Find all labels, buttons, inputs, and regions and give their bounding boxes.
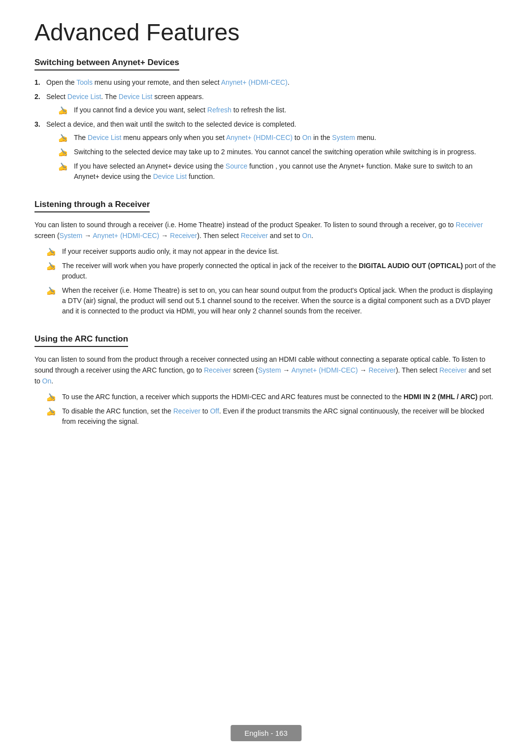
link-source[interactable]: Source bbox=[226, 162, 247, 170]
link-on-3[interactable]: On bbox=[42, 377, 52, 385]
section-listening: Listening through a Receiver You can lis… bbox=[34, 200, 498, 316]
note-step3-3: If you have selected an Anynet+ device u… bbox=[58, 161, 498, 182]
page-container: Advanced Features Switching between Anyn… bbox=[0, 0, 532, 484]
link-off[interactable]: Off bbox=[210, 407, 219, 415]
arc-intro: You can listen to sound from the product… bbox=[34, 354, 498, 387]
section-title-arc: Using the ARC function bbox=[34, 334, 128, 347]
link-anynet-cec-3[interactable]: Anynet+ (HDMI-CEC) bbox=[93, 232, 159, 240]
page-footer: English - 163 bbox=[231, 725, 301, 741]
link-receiver-1[interactable]: Receiver bbox=[456, 221, 483, 229]
link-anynet-cec-2[interactable]: Anynet+ (HDMI-CEC) bbox=[226, 134, 293, 141]
link-device-list-2[interactable]: Device List bbox=[119, 93, 152, 101]
link-on-1[interactable]: On bbox=[302, 134, 311, 141]
link-device-list-3[interactable]: Device List bbox=[88, 134, 121, 141]
note-step2-1: If you cannot find a device you want, se… bbox=[58, 105, 498, 115]
arc-notes: To use the ARC function, a receiver whic… bbox=[46, 392, 498, 427]
link-anynet-hdmi-cec-1[interactable]: Anynet+ (HDMI-CEC) bbox=[221, 78, 288, 86]
link-receiver-2[interactable]: Receiver bbox=[170, 232, 197, 240]
section-title-switching: Switching between Anynet+ Devices bbox=[34, 58, 179, 70]
step-2-text: Select Device List. The Device List scre… bbox=[46, 93, 204, 101]
link-device-list-1[interactable]: Device List bbox=[67, 93, 101, 101]
bold-hdmi-in-2: HDMI IN 2 (MHL / ARC) bbox=[403, 393, 477, 401]
link-tools[interactable]: Tools bbox=[76, 78, 93, 86]
steps-list: 1. Open the Tools menu using your remote… bbox=[34, 77, 498, 182]
bold-digital-audio: DIGITAL AUDIO OUT (OPTICAL) bbox=[359, 262, 463, 270]
section-arc: Using the ARC function You can listen to… bbox=[34, 334, 498, 427]
link-anynet-cec-4[interactable]: Anynet+ (HDMI-CEC) bbox=[291, 366, 358, 374]
step-1: 1. Open the Tools menu using your remote… bbox=[34, 77, 498, 88]
link-receiver-7[interactable]: Receiver bbox=[173, 407, 200, 415]
link-system-1[interactable]: System bbox=[332, 134, 355, 141]
step-2: 2. Select Device List. The Device List s… bbox=[34, 92, 498, 115]
step-3-text: Select a device, and then wait until the… bbox=[46, 120, 296, 128]
link-receiver-4[interactable]: Receiver bbox=[204, 366, 231, 374]
step-1-text: Open the Tools menu using your remote, a… bbox=[46, 78, 290, 86]
listening-intro: You can listen to sound through a receiv… bbox=[34, 219, 498, 241]
listening-note-3: When the receiver (i.e. Home Theatre) is… bbox=[46, 285, 498, 316]
link-device-list-4[interactable]: Device List bbox=[153, 172, 187, 180]
link-receiver-6[interactable]: Receiver bbox=[439, 366, 466, 374]
step-1-number: 1. bbox=[34, 77, 40, 88]
section-title-listening: Listening through a Receiver bbox=[34, 200, 150, 212]
step-3-number: 3. bbox=[34, 119, 40, 130]
step-2-notes: If you cannot find a device you want, se… bbox=[58, 105, 498, 115]
arc-note-1: To use the ARC function, a receiver whic… bbox=[46, 392, 498, 402]
listening-note-2: The receiver will work when you have pro… bbox=[46, 261, 498, 281]
section-switching: Switching between Anynet+ Devices 1. Ope… bbox=[34, 58, 498, 182]
link-on-2[interactable]: On bbox=[302, 232, 311, 240]
page-title: Advanced Features bbox=[34, 20, 498, 46]
link-receiver-5[interactable]: Receiver bbox=[368, 366, 396, 374]
step-3: 3. Select a device, and then wait until … bbox=[34, 119, 498, 182]
listening-note-1: If your receiver supports audio only, it… bbox=[46, 246, 498, 257]
link-system-3[interactable]: System bbox=[258, 366, 281, 374]
link-refresh[interactable]: Refresh bbox=[207, 106, 232, 114]
arc-note-2: To disable the ARC function, set the Rec… bbox=[46, 406, 498, 427]
link-system-2[interactable]: System bbox=[60, 232, 83, 240]
link-receiver-3[interactable]: Receiver bbox=[241, 232, 268, 240]
step-3-notes: The Device List menu appears only when y… bbox=[58, 133, 498, 182]
step-2-number: 2. bbox=[34, 92, 40, 102]
listening-notes: If your receiver supports audio only, it… bbox=[46, 246, 498, 316]
note-step3-1: The Device List menu appears only when y… bbox=[58, 133, 498, 143]
note-step3-2: Switching to the selected device may tak… bbox=[58, 147, 498, 157]
